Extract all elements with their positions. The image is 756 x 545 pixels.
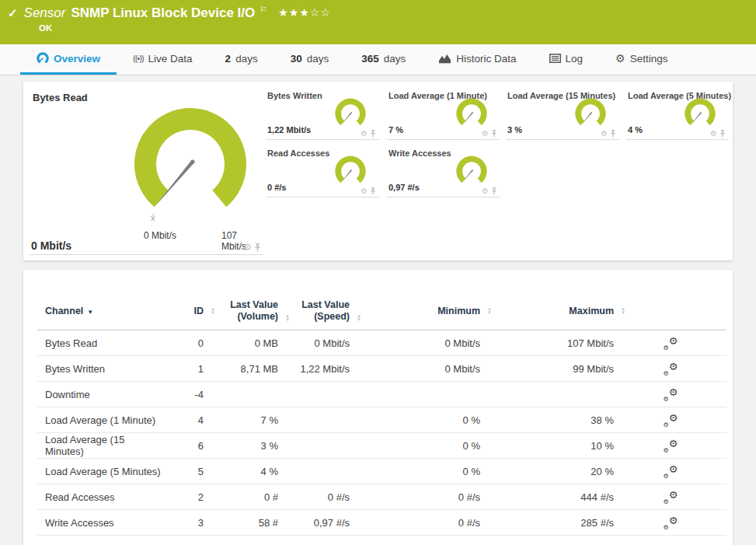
cell-last-value-volume: 58 # xyxy=(204,517,278,529)
column-label: Channel xyxy=(45,306,83,316)
pin-icon[interactable] xyxy=(370,130,376,138)
table-row[interactable]: Downtime -4 ⚙⚙ xyxy=(37,382,726,407)
flag-icon[interactable]: ⚐ xyxy=(260,5,267,15)
column-label: Maximum xyxy=(569,306,614,316)
gauge-current-value: 0 #/s xyxy=(267,183,286,192)
cell-maximum: 20 % xyxy=(480,466,614,477)
tab-365-days[interactable]: 365 days xyxy=(345,44,422,75)
broadcast-icon: ((•)) xyxy=(133,54,144,63)
cell-last-value-volume: 8,71 MB xyxy=(204,363,278,375)
pin-icon[interactable] xyxy=(610,130,616,138)
cell-id: 3 xyxy=(163,517,204,529)
table-row[interactable]: Write Accesses 3 58 # 0,97 #/s 0 #/s 285… xyxy=(37,510,726,536)
table-row[interactable]: Load Average (15 Minutes) 6 3 % 0 % 10 %… xyxy=(37,433,726,459)
table-row[interactable]: Load Average (1 Minute) 4 7 % 0 % 38 % ⚙… xyxy=(37,407,726,433)
gauge-settings-gear-icon[interactable]: ⚙ xyxy=(361,130,368,138)
average-marker: x̄ xyxy=(151,213,155,222)
tab-settings[interactable]: ⚙ Settings xyxy=(599,44,684,75)
table-header-row: Channel▼ ID ▲▼ Last Value (Volume) ▲▼ La… xyxy=(37,292,726,330)
tab-historic-data[interactable]: Historic Data xyxy=(422,44,532,75)
gauge-settings-gear-icon[interactable]: ⚙ xyxy=(482,187,489,195)
tab-30-days[interactable]: 30 days xyxy=(274,44,346,75)
tab-label: days xyxy=(307,53,329,65)
table-row[interactable]: Load Average (5 Minutes) 5 4 % 0 % 20 % … xyxy=(37,459,726,484)
cell-id: -4 xyxy=(163,389,204,400)
gauge-read-accesses: Read Accesses 0 #/s ⚙ xyxy=(266,145,379,197)
column-label: Last Value xyxy=(204,299,278,311)
tab-live-data[interactable]: ((•)) Live Data xyxy=(117,44,209,75)
column-header-channel[interactable]: Channel▼ xyxy=(45,306,163,316)
gauge-settings-gear-icon[interactable]: ⚙ xyxy=(361,187,368,195)
column-label: (Speed) xyxy=(278,311,350,323)
table-row[interactable]: Bytes Read 0 0 MB 0 Mbit/s 0 Mbit/s 107 … xyxy=(37,330,726,356)
status-badge: OK xyxy=(39,23,52,33)
gauges-panel: Bytes Read x̄ 0 Mbit/s 107 Mbit/s 0 Mbit… xyxy=(23,82,733,260)
cell-id: 6 xyxy=(163,440,204,452)
tab-2-days[interactable]: 2 days xyxy=(209,44,274,75)
pin-icon[interactable] xyxy=(254,243,261,252)
cell-maximum: 444 #/s xyxy=(480,491,614,503)
cell-maximum: 10 % xyxy=(480,440,614,452)
channel-settings-gears-icon[interactable]: ⚙⚙ xyxy=(663,388,678,401)
pin-icon[interactable] xyxy=(491,187,497,195)
tab-number: 30 xyxy=(291,53,302,65)
column-header-minimum[interactable]: Minimum ▲▼ xyxy=(350,306,480,316)
gauge-current-value: 4 % xyxy=(628,125,643,135)
cell-minimum: 0 Mbit/s xyxy=(350,337,480,349)
channel-settings-gears-icon[interactable]: ⚙⚙ xyxy=(663,337,678,350)
gauge-title: Write Accesses xyxy=(388,148,451,158)
pin-icon[interactable] xyxy=(491,130,497,138)
gauge-bytes-read: Bytes Read x̄ 0 Mbit/s 107 Mbit/s 0 Mbit… xyxy=(30,88,263,255)
cell-minimum: 0 #/s xyxy=(350,491,480,503)
column-header-id[interactable]: ID ▲▼ xyxy=(163,306,204,316)
pin-icon[interactable] xyxy=(719,130,726,138)
status-check-icon: ✓ xyxy=(8,6,18,20)
channel-settings-gears-icon[interactable]: ⚙⚙ xyxy=(663,362,678,376)
table-row[interactable]: Read Accesses 2 0 # 0 #/s 0 #/s 444 #/s … xyxy=(37,484,726,510)
pin-icon[interactable] xyxy=(370,187,376,195)
tab-label: Historic Data xyxy=(456,53,516,65)
cell-id: 5 xyxy=(163,466,204,477)
channel-settings-gears-icon[interactable]: ⚙⚙ xyxy=(663,491,678,504)
channel-settings-gears-icon[interactable]: ⚙⚙ xyxy=(663,516,678,529)
gauge-load-average-1-minute: Load Average (1 Minute) 7 % ⚙ xyxy=(387,88,500,140)
priority-stars[interactable]: ★★★☆☆ xyxy=(278,6,331,19)
sensor-page: ✓ Sensor SNMP Linux Block Device I/O ⚐ ★… xyxy=(0,0,756,545)
cell-channel: Load Average (15 Minutes) xyxy=(45,434,163,457)
tab-log[interactable]: Log xyxy=(533,44,600,75)
gauge-icon xyxy=(37,52,49,65)
gauge-write-accesses: Write Accesses 0,97 #/s ⚙ xyxy=(387,145,500,197)
gear-icon: ⚙ xyxy=(615,52,625,65)
cell-last-value-volume: 3 % xyxy=(204,440,278,452)
gauge-title: Bytes Written xyxy=(267,91,322,100)
cell-channel: Downtime xyxy=(45,389,163,400)
cell-channel: Write Accesses xyxy=(45,517,163,529)
sort-icon: ▲▼ xyxy=(621,307,625,315)
gauge-load-average-15-minutes: Load Average (15 Minutes) 3 % ⚙ xyxy=(506,88,619,140)
tab-overview[interactable]: Overview xyxy=(20,44,117,75)
column-header-last-value-volume[interactable]: Last Value (Volume) ▲▼ xyxy=(204,299,278,323)
gauge-settings-gear-icon[interactable]: ⚙ xyxy=(482,130,489,138)
column-header-maximum[interactable]: Maximum ▲▼ xyxy=(480,306,614,316)
cell-id: 0 xyxy=(163,337,204,349)
cell-id: 2 xyxy=(163,491,204,503)
cell-last-value-speed: 1,22 Mbit/s xyxy=(278,363,350,375)
table-row[interactable]: Bytes Written 1 8,71 MB 1,22 Mbit/s 0 Mb… xyxy=(37,356,726,382)
tab-label: Log xyxy=(566,53,584,65)
gauge-settings-gear-icon[interactable]: ⚙ xyxy=(601,130,608,138)
gauge-settings-gear-icon[interactable]: ⚙ xyxy=(243,243,252,252)
channel-settings-gears-icon[interactable]: ⚙⚙ xyxy=(663,465,678,478)
tab-label: Live Data xyxy=(148,53,193,65)
gauge-current-value: 7 % xyxy=(388,125,403,135)
sort-caret-icon: ▼ xyxy=(87,309,93,316)
column-header-last-value-speed[interactable]: Last Value (Speed) ▲▼ xyxy=(278,299,350,323)
gauge-settings-gear-icon[interactable]: ⚙ xyxy=(710,130,717,138)
column-label: (Volume) xyxy=(204,311,278,323)
cell-minimum: 0 % xyxy=(350,414,480,426)
log-icon xyxy=(549,54,561,63)
gauge-load-average-5-minutes: Load Average (5 Minutes) 4 % ⚙ xyxy=(626,88,729,140)
cell-maximum: 285 #/s xyxy=(480,517,614,529)
channel-settings-gears-icon[interactable]: ⚙⚙ xyxy=(663,414,678,427)
channel-settings-gears-icon[interactable]: ⚙⚙ xyxy=(663,439,678,452)
sensor-title: SNMP Linux Block Device I/O xyxy=(71,5,255,21)
